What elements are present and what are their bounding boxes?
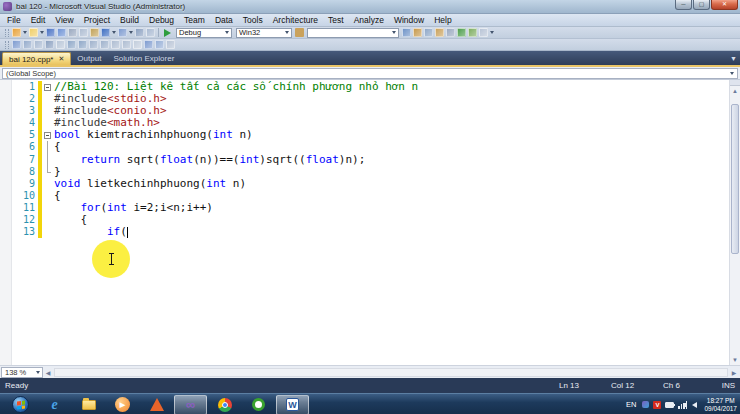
tab-solution-explorer[interactable]: Solution Explorer xyxy=(107,52,180,65)
scroll-down-icon[interactable]: ▼ xyxy=(730,355,740,365)
close-button[interactable]: ✕ xyxy=(711,0,738,10)
properties-window-icon[interactable] xyxy=(424,28,433,37)
find-combo-input[interactable] xyxy=(307,28,399,38)
menu-item-debug[interactable]: Debug xyxy=(144,14,179,26)
navigate-backward-icon[interactable] xyxy=(135,28,144,37)
maximize-button[interactable]: ▢ xyxy=(693,0,710,10)
fold-margin[interactable] xyxy=(42,141,54,153)
parameter-info-icon[interactable] xyxy=(45,40,54,49)
fold-margin[interactable] xyxy=(42,214,54,226)
menu-item-file[interactable]: File xyxy=(2,14,26,26)
menu-item-view[interactable]: View xyxy=(50,14,78,26)
cut-icon[interactable] xyxy=(68,28,77,37)
fold-margin[interactable] xyxy=(42,202,54,214)
taskbar-windows-explorer[interactable] xyxy=(72,395,105,414)
code-editor[interactable]: 1//Bài 120: Liệt kê tất cả các số chính … xyxy=(0,80,740,365)
code-line[interactable]: 5bool kiemtrachinhphuong(int n) xyxy=(12,129,729,141)
code-line[interactable]: 13 if( xyxy=(12,226,729,238)
speaker-icon[interactable] xyxy=(692,402,697,408)
collapse-box-icon[interactable] xyxy=(44,132,51,139)
tab-output[interactable]: Output xyxy=(71,52,107,65)
start-page-icon[interactable] xyxy=(457,28,466,37)
scrollbar-track[interactable] xyxy=(730,96,740,355)
solution-configurations-dropdown[interactable]: Debug xyxy=(176,28,232,38)
code-area[interactable]: 1//Bài 120: Liệt kê tất cả các số chính … xyxy=(12,80,729,365)
indent-decrease-icon[interactable] xyxy=(67,40,76,49)
quick-info-icon[interactable] xyxy=(34,40,43,49)
clear-bookmarks-icon[interactable] xyxy=(133,40,142,49)
taskbar-internet-explorer[interactable]: e xyxy=(38,395,71,414)
taskbar-visual-studio[interactable]: ∞ xyxy=(174,395,207,414)
language-indicator[interactable]: EN xyxy=(626,400,636,409)
open-file-icon[interactable] xyxy=(29,28,38,37)
navigate-forward-icon[interactable] xyxy=(146,28,155,37)
undo-last-icon[interactable] xyxy=(144,40,153,49)
start-debugging-icon[interactable] xyxy=(164,29,171,37)
indent-increase-icon[interactable] xyxy=(78,40,87,49)
horizontal-scrollbar-track[interactable] xyxy=(54,368,728,377)
breakpoint-margin[interactable] xyxy=(0,80,12,365)
fold-margin[interactable] xyxy=(42,105,54,117)
display-member-list-icon[interactable] xyxy=(12,40,21,49)
unikey-tray-icon[interactable]: V xyxy=(653,401,661,409)
taskbar-unikey[interactable] xyxy=(242,395,275,414)
redo-last-icon[interactable] xyxy=(155,40,164,49)
save-all-icon[interactable] xyxy=(57,28,66,37)
menu-item-build[interactable]: Build xyxy=(115,14,144,26)
menu-item-tools[interactable]: Tools xyxy=(238,14,268,26)
toolbar-overflow-chevron-icon[interactable] xyxy=(490,31,494,34)
fold-margin[interactable] xyxy=(42,166,54,178)
redo-icon[interactable] xyxy=(118,28,127,37)
menu-item-edit[interactable]: Edit xyxy=(26,14,51,26)
comment-selection-icon[interactable] xyxy=(89,40,98,49)
menu-item-test[interactable]: Test xyxy=(323,14,349,26)
taskbar-media-player[interactable]: ▶ xyxy=(106,395,139,414)
breakpoint-icon[interactable] xyxy=(166,40,175,49)
menu-item-project[interactable]: Project xyxy=(79,14,115,26)
copy-icon[interactable] xyxy=(79,28,88,37)
tab-bai-120-cpp-[interactable]: bai 120.cpp*✕ xyxy=(2,52,71,65)
code-line[interactable]: 7 return sqrt(float(n))==(int)sqrt((floa… xyxy=(12,154,729,166)
usb-tray-icon[interactable] xyxy=(642,401,649,408)
scope-dropdown[interactable]: (Global Scope) xyxy=(2,68,738,79)
menu-item-help[interactable]: Help xyxy=(429,14,456,26)
fold-margin[interactable] xyxy=(42,81,54,93)
extension-manager-icon[interactable] xyxy=(468,28,477,37)
menu-item-analyze[interactable]: Analyze xyxy=(349,14,389,26)
menu-item-window[interactable]: Window xyxy=(389,14,429,26)
uncomment-selection-icon[interactable] xyxy=(100,40,109,49)
scroll-up-icon[interactable]: ▲ xyxy=(730,86,740,96)
fold-margin[interactable] xyxy=(42,117,54,129)
menu-item-team[interactable]: Team xyxy=(179,14,210,26)
word-completion-icon[interactable] xyxy=(23,40,32,49)
taskbar-chrome[interactable] xyxy=(208,395,241,414)
battery-icon[interactable] xyxy=(665,402,674,408)
new-file-icon[interactable] xyxy=(12,28,21,37)
fold-margin[interactable] xyxy=(42,226,54,238)
paste-icon[interactable] xyxy=(90,28,99,37)
toolbox-icon[interactable] xyxy=(446,28,455,37)
code-line[interactable]: 9void lietkechinhphuong(int n) xyxy=(12,178,729,190)
taskbar-matlab[interactable] xyxy=(140,395,173,414)
start-button[interactable] xyxy=(4,395,37,414)
editor-zoom-dropdown[interactable]: 138 % xyxy=(1,367,43,378)
object-browser-icon[interactable] xyxy=(435,28,444,37)
scroll-left-icon[interactable]: ◀ xyxy=(43,369,53,376)
toggle-bookmark-icon[interactable] xyxy=(56,40,65,49)
taskbar-clock[interactable]: 18:27 PM 09/04/2017 xyxy=(704,397,737,413)
solution-platforms-dropdown[interactable]: Win32 xyxy=(236,28,292,38)
attach-to-process-icon[interactable] xyxy=(295,28,304,37)
fold-margin[interactable] xyxy=(42,154,54,166)
menu-item-architecture[interactable]: Architecture xyxy=(268,14,323,26)
collapse-box-icon[interactable] xyxy=(44,84,51,91)
fold-margin[interactable] xyxy=(42,129,54,141)
team-explorer-icon[interactable] xyxy=(413,28,422,37)
minimize-button[interactable]: ─ xyxy=(675,0,692,10)
menu-item-data[interactable]: Data xyxy=(210,14,238,26)
fold-margin[interactable] xyxy=(42,93,54,105)
save-icon[interactable] xyxy=(46,28,55,37)
scroll-right-icon[interactable]: ▶ xyxy=(729,369,739,376)
vertical-scrollbar[interactable]: ▲ ▼ xyxy=(729,80,740,365)
scrollbar-thumb[interactable] xyxy=(731,104,739,254)
solution-explorer-icon[interactable] xyxy=(402,28,411,37)
